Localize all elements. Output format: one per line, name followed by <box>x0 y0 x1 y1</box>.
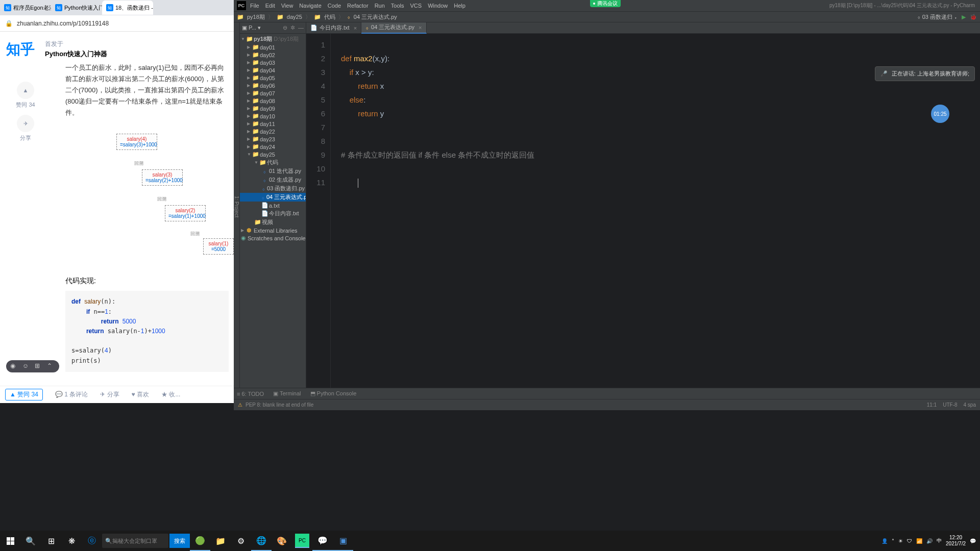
project-header[interactable]: ▣ P... ▾ <box>242 24 261 31</box>
menu-navigate[interactable]: Navigate <box>297 3 323 9</box>
close-icon[interactable]: × <box>354 25 357 31</box>
project-tool-tab[interactable]: 1: Project <box>234 22 240 388</box>
run-config[interactable]: ⬨ 03 函数递归 ▾ <box>917 13 958 21</box>
volume-icon[interactable]: 🔊 <box>926 538 933 544</box>
search-icon[interactable]: 🔍 <box>20 531 41 551</box>
tree-folder[interactable]: ▶📁day04 <box>240 66 306 74</box>
settings-icon[interactable]: ⚙ <box>231 531 251 551</box>
editor-tab[interactable]: ⬨04 三元表达式.py× <box>361 22 426 34</box>
app-icon[interactable]: 🟢 <box>190 531 210 551</box>
browser-tab[interactable]: 知程序员Egon老湿× <box>0 1 51 15</box>
tray-icon[interactable]: 🛡 <box>907 538 912 544</box>
chrome-icon[interactable]: 🌐 <box>251 531 272 551</box>
menu-help[interactable]: Help <box>452 3 468 9</box>
edge-icon[interactable]: ⓔ <box>82 531 102 551</box>
indent[interactable]: 4 spa <box>964 402 976 408</box>
tray-icon[interactable]: 👤 <box>881 538 888 544</box>
tree-external[interactable]: ▶⬢External Libraries <box>240 227 306 234</box>
app-icon[interactable]: 🎨 <box>272 531 292 551</box>
share-button[interactable]: ✈ 分享 <box>100 390 119 399</box>
tree-folder[interactable]: ▶📁day02 <box>240 51 306 59</box>
cursor-position[interactable]: 11:1 <box>927 402 937 408</box>
tree-folder[interactable]: ▶📁day23 <box>240 135 306 143</box>
search-button[interactable]: 搜索 <box>169 534 190 548</box>
menu-vcs[interactable]: VCS <box>408 3 424 9</box>
comment-button[interactable]: 💬 1 条评论 <box>55 390 88 399</box>
status-warning[interactable]: PEP 8: blank line at end of file <box>246 402 313 408</box>
network-icon[interactable]: 📶 <box>916 538 922 544</box>
menu-code[interactable]: Code <box>326 3 343 9</box>
tree-folder[interactable]: ▶📁day06 <box>240 82 306 89</box>
share-button[interactable]: ✈ <box>17 115 34 132</box>
task-view-icon[interactable]: ⊞ <box>41 531 61 551</box>
collapse-icon[interactable]: ⊖ <box>283 24 287 31</box>
tree-folder[interactable]: ▶📁day10 <box>240 112 306 120</box>
menu-view[interactable]: View <box>279 3 296 9</box>
float-toolbar[interactable]: ◉ ☺ ⊞ ⌃ <box>6 360 59 372</box>
browser-tab[interactable]: 知18、函数递归 - 知乎 <box>102 1 153 15</box>
tree-folder[interactable]: ▶📁day07 <box>240 89 306 97</box>
ime-icon[interactable]: 中 <box>937 537 942 544</box>
zhihu-logo[interactable]: 知乎 <box>3 40 35 59</box>
close-icon[interactable]: × <box>419 24 422 31</box>
clock[interactable]: 12:202021/7/2 <box>946 535 966 547</box>
tree-folder[interactable]: ▼📁代码 <box>240 158 306 167</box>
tree-file[interactable]: ⬨02 生成器.py <box>240 176 306 184</box>
tree-folder[interactable]: ▶📁day22 <box>240 128 306 135</box>
tree-folder[interactable]: ▶📁day05 <box>240 74 306 82</box>
terminal-tab[interactable]: ▣ Terminal <box>273 390 301 397</box>
menu-file[interactable]: File <box>248 3 261 9</box>
tree-file-selected[interactable]: ⬨04 三元表达式.p <box>240 193 306 202</box>
pycharm-icon[interactable]: PC <box>295 534 309 548</box>
chevron-up-icon[interactable]: ⌃ <box>47 362 55 370</box>
upvote-button[interactable]: ▲ <box>17 82 34 99</box>
tree-root[interactable]: ▼📁py18期 D:\py18期 <box>240 35 306 43</box>
tool-icon[interactable]: ⊞ <box>35 362 43 370</box>
wechat-icon[interactable]: 💬 <box>312 531 333 551</box>
code-editor[interactable]: 1234567891011 def max2(x,y): if x > y: r… <box>306 34 980 388</box>
menu-edit[interactable]: Edit <box>263 3 277 9</box>
tree-scratches[interactable]: ◉Scratches and Consoles <box>240 234 306 242</box>
like-button[interactable]: ▲ 赞同 34 <box>5 389 43 400</box>
tree-folder[interactable]: 📁视频 <box>240 218 306 227</box>
tree-folder[interactable]: ▶📁day11 <box>240 120 306 128</box>
tree-folder[interactable]: ▼📁day25 <box>240 151 306 158</box>
meeting-icon[interactable]: ▣ <box>333 531 353 551</box>
tree-file[interactable]: 📄a.txt <box>240 202 306 209</box>
notification-icon[interactable]: 💬 <box>970 538 976 544</box>
meeting-indicator[interactable]: 腾讯会议 <box>590 0 621 7</box>
run-button[interactable]: ▶ <box>962 14 966 20</box>
tree-file[interactable]: 📄今日内容.txt <box>240 209 306 218</box>
console-tab[interactable]: ⬒ Python Console <box>310 390 357 397</box>
gear-icon[interactable]: ✲ <box>290 24 295 31</box>
debug-button[interactable]: 🐞 <box>970 14 977 20</box>
menu-window[interactable]: Window <box>426 3 450 9</box>
tree-folder[interactable]: ▶📁day24 <box>240 143 306 151</box>
explorer-icon[interactable]: 📁 <box>210 531 231 551</box>
address-bar[interactable]: 🔒 zhuanlan.zhihu.com/p/109119148 <box>0 15 234 32</box>
encoding[interactable]: UTF-8 <box>943 402 957 408</box>
tree-folder[interactable]: ▶📁day01 <box>240 43 306 51</box>
todo-tab[interactable]: ≡ 6: TODO <box>237 391 264 397</box>
menu-refactor[interactable]: Refactor <box>345 3 371 9</box>
start-button[interactable] <box>0 531 20 551</box>
fav-button[interactable]: ♥ 喜欢 <box>132 390 149 399</box>
menu-run[interactable]: Run <box>373 3 387 9</box>
tree-folder[interactable]: ▶📁day09 <box>240 105 306 112</box>
tree-folder[interactable]: ▶📁day08 <box>240 97 306 105</box>
editor-tab[interactable]: 📄今日内容.txt× <box>306 22 361 34</box>
code-content[interactable]: def max2(x,y): if x > y: return x else: … <box>331 34 534 388</box>
tool-icon[interactable]: ◉ <box>10 362 18 370</box>
browser-tab[interactable]: 知Python快速入门神器 - 知乎 <box>51 1 102 15</box>
menu-tools[interactable]: Tools <box>389 3 406 9</box>
hide-icon[interactable]: — <box>298 24 304 31</box>
tree-folder[interactable]: ▶📁day03 <box>240 59 306 66</box>
tree-file[interactable]: ⬨01 迭代器.py <box>240 167 306 176</box>
taskbar-search[interactable]: 🔍 揭秘大会定制口罩 <box>102 534 168 548</box>
chevron-up-icon[interactable]: ˄ <box>892 538 894 544</box>
tool-icon[interactable]: ☺ <box>22 362 31 370</box>
tree-file[interactable]: ⬨03 函数递归.py <box>240 184 306 193</box>
app-icon[interactable]: ❋ <box>61 531 82 551</box>
timer-badge[interactable]: 01:25 <box>931 105 949 123</box>
collect-button[interactable]: ★ 收... <box>161 390 180 399</box>
